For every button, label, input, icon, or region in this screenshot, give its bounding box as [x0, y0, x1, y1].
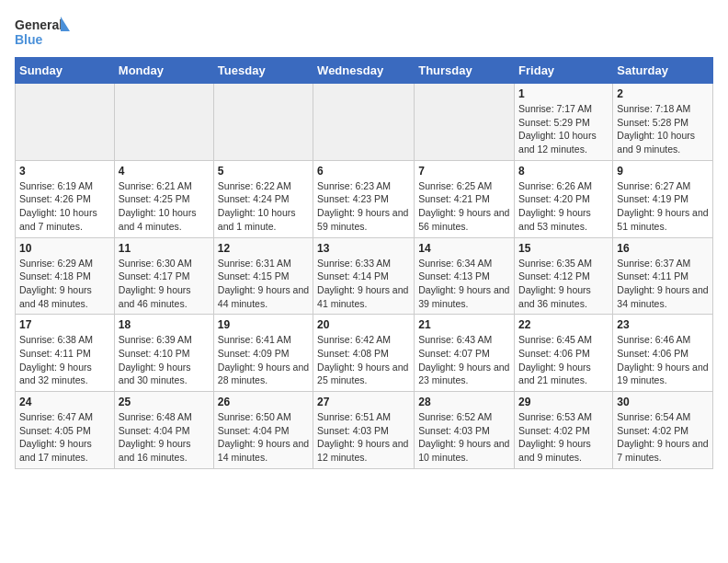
calendar-cell: 13Sunrise: 6:33 AM Sunset: 4:14 PM Dayli… — [313, 237, 415, 315]
calendar-table: SundayMondayTuesdayWednesdayThursdayFrid… — [15, 57, 713, 469]
calendar-cell: 30Sunrise: 6:54 AM Sunset: 4:02 PM Dayli… — [613, 392, 713, 469]
day-number: 26 — [218, 396, 309, 408]
day-number: 24 — [19, 396, 110, 408]
day-info: Sunrise: 6:47 AM Sunset: 4:05 PM Dayligh… — [19, 410, 110, 465]
calendar-cell: 17Sunrise: 6:38 AM Sunset: 4:11 PM Dayli… — [16, 315, 115, 392]
day-number: 19 — [218, 318, 309, 331]
day-info: Sunrise: 6:33 AM Sunset: 4:14 PM Dayligh… — [317, 257, 410, 311]
day-info: Sunrise: 6:51 AM Sunset: 4:03 PM Dayligh… — [317, 410, 410, 465]
calendar-week-row: 1Sunrise: 7:17 AM Sunset: 5:29 PM Daylig… — [16, 84, 713, 161]
calendar-cell: 1Sunrise: 7:17 AM Sunset: 5:29 PM Daylig… — [515, 84, 613, 161]
day-number: 5 — [218, 165, 309, 178]
calendar-cell: 6Sunrise: 6:23 AM Sunset: 4:23 PM Daylig… — [313, 160, 415, 237]
logo: GeneralBlue — [15, 15, 70, 48]
calendar-cell: 11Sunrise: 6:30 AM Sunset: 4:17 PM Dayli… — [114, 237, 213, 315]
calendar-cell: 26Sunrise: 6:50 AM Sunset: 4:04 PM Dayli… — [213, 392, 313, 469]
calendar-cell: 22Sunrise: 6:45 AM Sunset: 4:06 PM Dayli… — [515, 315, 613, 392]
calendar-week-row: 24Sunrise: 6:47 AM Sunset: 4:05 PM Dayli… — [16, 392, 713, 469]
day-number: 15 — [518, 242, 609, 255]
day-info: Sunrise: 6:41 AM Sunset: 4:09 PM Dayligh… — [218, 333, 309, 387]
calendar-header-row: SundayMondayTuesdayWednesdayThursdayFrid… — [16, 58, 713, 84]
day-number: 16 — [617, 242, 709, 255]
day-number: 23 — [617, 318, 709, 331]
day-info: Sunrise: 6:53 AM Sunset: 4:02 PM Dayligh… — [518, 410, 609, 465]
calendar-cell: 15Sunrise: 6:35 AM Sunset: 4:12 PM Dayli… — [515, 237, 613, 315]
day-info: Sunrise: 6:27 AM Sunset: 4:19 PM Dayligh… — [617, 179, 709, 234]
day-header-saturday: Saturday — [613, 58, 713, 84]
day-info: Sunrise: 6:22 AM Sunset: 4:24 PM Dayligh… — [218, 179, 309, 234]
calendar-cell: 19Sunrise: 6:41 AM Sunset: 4:09 PM Dayli… — [213, 315, 313, 392]
day-info: Sunrise: 6:30 AM Sunset: 4:17 PM Dayligh… — [119, 257, 210, 311]
calendar-cell: 7Sunrise: 6:25 AM Sunset: 4:21 PM Daylig… — [415, 160, 515, 237]
svg-text:General: General — [15, 17, 63, 32]
calendar-cell — [114, 84, 213, 161]
calendar-cell: 9Sunrise: 6:27 AM Sunset: 4:19 PM Daylig… — [613, 160, 713, 237]
day-info: Sunrise: 6:34 AM Sunset: 4:13 PM Dayligh… — [418, 257, 510, 311]
day-info: Sunrise: 6:35 AM Sunset: 4:12 PM Dayligh… — [518, 257, 609, 311]
day-number: 17 — [19, 318, 110, 331]
calendar-cell — [415, 84, 515, 161]
calendar-cell: 12Sunrise: 6:31 AM Sunset: 4:15 PM Dayli… — [213, 237, 313, 315]
logo-svg: GeneralBlue — [15, 15, 70, 48]
day-info: Sunrise: 6:38 AM Sunset: 4:11 PM Dayligh… — [19, 333, 110, 387]
day-number: 12 — [218, 242, 309, 255]
day-header-monday: Monday — [114, 58, 213, 84]
calendar-cell: 20Sunrise: 6:42 AM Sunset: 4:08 PM Dayli… — [313, 315, 415, 392]
day-number: 14 — [418, 242, 510, 255]
day-number: 8 — [518, 165, 609, 178]
calendar-cell: 29Sunrise: 6:53 AM Sunset: 4:02 PM Dayli… — [515, 392, 613, 469]
calendar-cell: 21Sunrise: 6:43 AM Sunset: 4:07 PM Dayli… — [415, 315, 515, 392]
day-info: Sunrise: 6:37 AM Sunset: 4:11 PM Dayligh… — [617, 257, 709, 311]
day-header-wednesday: Wednesday — [313, 58, 415, 84]
day-info: Sunrise: 6:39 AM Sunset: 4:10 PM Dayligh… — [119, 333, 210, 387]
calendar-cell: 28Sunrise: 6:52 AM Sunset: 4:03 PM Dayli… — [415, 392, 515, 469]
day-info: Sunrise: 6:50 AM Sunset: 4:04 PM Dayligh… — [218, 410, 309, 465]
day-number: 11 — [119, 242, 210, 255]
day-number: 18 — [119, 318, 210, 331]
svg-text:Blue: Blue — [15, 32, 43, 47]
day-number: 30 — [617, 396, 709, 408]
day-info: Sunrise: 7:18 AM Sunset: 5:28 PM Dayligh… — [617, 102, 709, 156]
calendar-cell: 14Sunrise: 6:34 AM Sunset: 4:13 PM Dayli… — [415, 237, 515, 315]
day-info: Sunrise: 6:25 AM Sunset: 4:21 PM Dayligh… — [418, 179, 510, 234]
day-number: 6 — [317, 165, 410, 178]
calendar-cell: 23Sunrise: 6:46 AM Sunset: 4:06 PM Dayli… — [613, 315, 713, 392]
day-number: 13 — [317, 242, 410, 255]
calendar-cell: 4Sunrise: 6:21 AM Sunset: 4:25 PM Daylig… — [114, 160, 213, 237]
day-number: 27 — [317, 396, 410, 408]
calendar-cell: 27Sunrise: 6:51 AM Sunset: 4:03 PM Dayli… — [313, 392, 415, 469]
calendar-cell: 5Sunrise: 6:22 AM Sunset: 4:24 PM Daylig… — [213, 160, 313, 237]
day-info: Sunrise: 6:52 AM Sunset: 4:03 PM Dayligh… — [418, 410, 510, 465]
day-info: Sunrise: 6:48 AM Sunset: 4:04 PM Dayligh… — [119, 410, 210, 465]
calendar-cell: 24Sunrise: 6:47 AM Sunset: 4:05 PM Dayli… — [16, 392, 115, 469]
day-info: Sunrise: 6:43 AM Sunset: 4:07 PM Dayligh… — [418, 333, 510, 387]
day-number: 9 — [617, 165, 709, 178]
day-header-sunday: Sunday — [16, 58, 115, 84]
calendar-cell — [213, 84, 313, 161]
calendar-week-row: 10Sunrise: 6:29 AM Sunset: 4:18 PM Dayli… — [16, 237, 713, 315]
day-number: 4 — [119, 165, 210, 178]
day-number: 10 — [19, 242, 110, 255]
day-info: Sunrise: 6:29 AM Sunset: 4:18 PM Dayligh… — [19, 257, 110, 311]
calendar-cell: 8Sunrise: 6:26 AM Sunset: 4:20 PM Daylig… — [515, 160, 613, 237]
calendar-cell: 3Sunrise: 6:19 AM Sunset: 4:26 PM Daylig… — [16, 160, 115, 237]
calendar-cell: 10Sunrise: 6:29 AM Sunset: 4:18 PM Dayli… — [16, 237, 115, 315]
header: GeneralBlue — [15, 15, 713, 48]
calendar-cell: 25Sunrise: 6:48 AM Sunset: 4:04 PM Dayli… — [114, 392, 213, 469]
day-header-thursday: Thursday — [415, 58, 515, 84]
calendar-cell — [16, 84, 115, 161]
day-info: Sunrise: 6:19 AM Sunset: 4:26 PM Dayligh… — [19, 179, 110, 234]
calendar-cell: 2Sunrise: 7:18 AM Sunset: 5:28 PM Daylig… — [613, 84, 713, 161]
day-number: 3 — [19, 165, 110, 178]
day-number: 20 — [317, 318, 410, 331]
calendar-cell: 18Sunrise: 6:39 AM Sunset: 4:10 PM Dayli… — [114, 315, 213, 392]
day-info: Sunrise: 6:42 AM Sunset: 4:08 PM Dayligh… — [317, 333, 410, 387]
calendar-week-row: 17Sunrise: 6:38 AM Sunset: 4:11 PM Dayli… — [16, 315, 713, 392]
day-info: Sunrise: 6:26 AM Sunset: 4:20 PM Dayligh… — [518, 179, 609, 234]
day-number: 22 — [518, 318, 609, 331]
calendar-cell — [313, 84, 415, 161]
day-info: Sunrise: 6:46 AM Sunset: 4:06 PM Dayligh… — [617, 333, 709, 387]
day-info: Sunrise: 6:21 AM Sunset: 4:25 PM Dayligh… — [119, 179, 210, 234]
day-info: Sunrise: 6:23 AM Sunset: 4:23 PM Dayligh… — [317, 179, 410, 234]
day-info: Sunrise: 6:54 AM Sunset: 4:02 PM Dayligh… — [617, 410, 709, 465]
